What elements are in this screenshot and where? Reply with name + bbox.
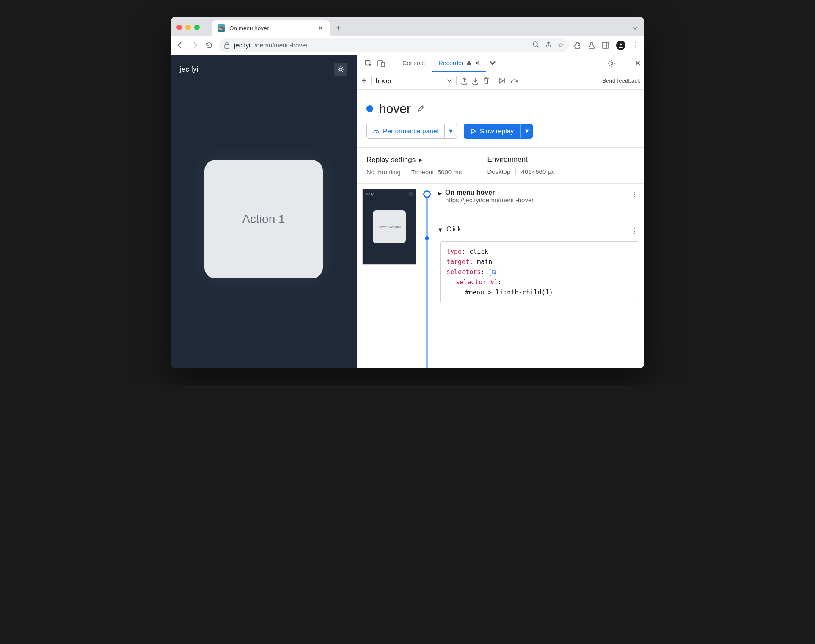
step-title: On menu hover bbox=[445, 189, 626, 196]
replay-settings-label[interactable]: Replay settings ▸ bbox=[366, 155, 462, 164]
slow-replay-button[interactable]: Slow replay ▾ bbox=[464, 124, 533, 139]
import-icon[interactable] bbox=[472, 77, 479, 85]
svg-rect-2 bbox=[602, 42, 609, 48]
step-url: https://jec.fyi/demo/menu-hover bbox=[445, 196, 626, 204]
expand-icon[interactable]: ▼ bbox=[438, 227, 443, 233]
throttling-value: No throttling bbox=[366, 168, 401, 176]
theme-toggle-button[interactable] bbox=[334, 63, 347, 76]
replay-icon[interactable] bbox=[510, 78, 519, 84]
close-devtools-icon[interactable]: ✕ bbox=[634, 58, 641, 68]
send-feedback-link[interactable]: Send feedback bbox=[602, 77, 640, 84]
perf-dropdown-icon[interactable]: ▾ bbox=[444, 124, 457, 138]
extensions-icon[interactable] bbox=[574, 41, 581, 49]
svg-point-17 bbox=[611, 62, 613, 64]
inspect-icon[interactable] bbox=[365, 60, 372, 67]
maximize-window-icon[interactable] bbox=[194, 25, 200, 30]
element-picker-icon[interactable] bbox=[490, 269, 498, 276]
recording-title: hover bbox=[379, 102, 411, 116]
env-viewport: 461×660 px bbox=[521, 168, 554, 175]
page-title: jec.fyi bbox=[180, 65, 198, 74]
minimize-window-icon[interactable] bbox=[185, 25, 191, 30]
timeline-node-icon bbox=[423, 190, 431, 198]
titlebar: 🦔 On menu hover ✕ + bbox=[171, 17, 644, 36]
chevron-down-icon bbox=[447, 79, 452, 83]
zoom-icon[interactable] bbox=[532, 41, 539, 49]
url-host: jec.fyi bbox=[234, 41, 250, 49]
thumb-theme-icon bbox=[409, 192, 413, 196]
svg-line-12 bbox=[339, 71, 339, 72]
browser-window: 🦔 On menu hover ✕ + jec.fyi/demo/menu-ho… bbox=[171, 17, 644, 368]
thumb-title: jec.fyi bbox=[366, 192, 374, 196]
kebab-menu-icon[interactable]: ⋮ bbox=[622, 59, 628, 67]
reload-button[interactable] bbox=[204, 41, 214, 49]
new-tab-button[interactable]: + bbox=[336, 24, 341, 32]
svg-rect-0 bbox=[225, 45, 229, 48]
rendered-page: jec.fyi Action 1 bbox=[171, 55, 357, 368]
overflow-menu-icon[interactable]: ⋮ bbox=[632, 41, 639, 50]
step-click-label: Click bbox=[446, 226, 626, 233]
favicon-icon: 🦔 bbox=[218, 24, 225, 32]
step-navigate[interactable]: ▶ On menu hover https://jec.fyi/demo/men… bbox=[438, 189, 639, 204]
settings-icon[interactable] bbox=[608, 60, 616, 67]
more-tabs-icon[interactable] bbox=[489, 61, 496, 66]
step-click[interactable]: ▼ Click ⋮ bbox=[438, 226, 639, 237]
tab-console[interactable]: Console bbox=[396, 55, 431, 72]
environment-label: Environment bbox=[487, 155, 554, 164]
timeline bbox=[422, 189, 432, 368]
thumb-card: Hover over me! bbox=[373, 210, 406, 243]
replay-dropdown-icon[interactable]: ▾ bbox=[520, 124, 533, 138]
bookmark-icon[interactable]: ☆ bbox=[558, 41, 564, 49]
svg-rect-16 bbox=[381, 62, 385, 67]
lock-icon bbox=[224, 42, 230, 49]
timeout-value: Timeout: 5000 ms bbox=[411, 168, 462, 176]
sun-icon bbox=[337, 66, 344, 73]
step-forward-icon[interactable] bbox=[498, 77, 506, 84]
gauge-icon bbox=[373, 128, 380, 135]
devtools-tabbar: Console Recorder ✕ ⋮ ✕ bbox=[357, 55, 644, 72]
step-menu-icon[interactable]: ⋮ bbox=[629, 189, 639, 200]
tab-recorder[interactable]: Recorder ✕ bbox=[432, 55, 486, 72]
recording-select[interactable]: hover bbox=[376, 77, 452, 84]
action-card[interactable]: Action 1 bbox=[204, 160, 323, 278]
recorder-header: hover Performance panel ▾ Slo bbox=[357, 90, 644, 148]
device-toggle-icon[interactable] bbox=[377, 60, 385, 67]
chevron-right-icon: ▸ bbox=[419, 155, 423, 164]
svg-point-5 bbox=[339, 68, 342, 71]
profile-avatar[interactable] bbox=[616, 41, 625, 50]
delete-icon[interactable] bbox=[483, 77, 490, 85]
svg-point-4 bbox=[620, 43, 622, 45]
sidepanel-icon[interactable] bbox=[602, 42, 609, 49]
forward-button bbox=[190, 41, 199, 50]
selector-value: #menu > li:nth-child(1) bbox=[465, 289, 553, 296]
tab-close-icon[interactable]: ✕ bbox=[475, 60, 480, 66]
devtools-panel: Console Recorder ✕ ⋮ ✕ + hover bbox=[357, 55, 644, 368]
performance-panel-button[interactable]: Performance panel ▾ bbox=[366, 124, 457, 139]
share-icon[interactable] bbox=[545, 41, 552, 49]
svg-line-11 bbox=[342, 71, 343, 72]
toolbar: ⋮ bbox=[574, 41, 639, 50]
recording-status-dot bbox=[366, 105, 373, 112]
step-details-code: type: click target: main selectors: sele… bbox=[440, 241, 639, 303]
url-path: /demo/menu-hover bbox=[254, 41, 308, 49]
recording-select-value: hover bbox=[376, 77, 392, 84]
step-menu-icon[interactable]: ⋮ bbox=[629, 226, 639, 237]
browser-tab[interactable]: 🦔 On menu hover ✕ bbox=[212, 20, 330, 36]
edit-title-icon[interactable] bbox=[417, 105, 424, 113]
tabs-overflow-chevron-icon[interactable] bbox=[632, 25, 639, 31]
back-button[interactable] bbox=[176, 41, 185, 50]
traffic-lights bbox=[176, 25, 200, 30]
new-recording-button[interactable]: + bbox=[361, 75, 367, 86]
step-thumbnail[interactable]: jec.fyi Hover over me! bbox=[362, 189, 416, 265]
tab-title: On menu hover bbox=[229, 25, 269, 31]
collapse-icon[interactable]: ▶ bbox=[438, 190, 442, 196]
svg-line-13 bbox=[342, 67, 343, 68]
omnibox[interactable]: jec.fyi/demo/menu-hover ☆ bbox=[219, 38, 569, 52]
close-window-icon[interactable] bbox=[176, 25, 182, 30]
replay-settings-row: Replay settings ▸ No throttling Timeout:… bbox=[357, 148, 644, 184]
steps-area: jec.fyi Hover over me! ▶ On menu hover bbox=[357, 184, 644, 368]
tab-close-icon[interactable]: ✕ bbox=[315, 23, 326, 33]
svg-line-10 bbox=[339, 67, 339, 68]
export-icon[interactable] bbox=[461, 77, 468, 85]
card-text: Action 1 bbox=[242, 212, 285, 226]
labs-icon[interactable] bbox=[588, 41, 595, 49]
